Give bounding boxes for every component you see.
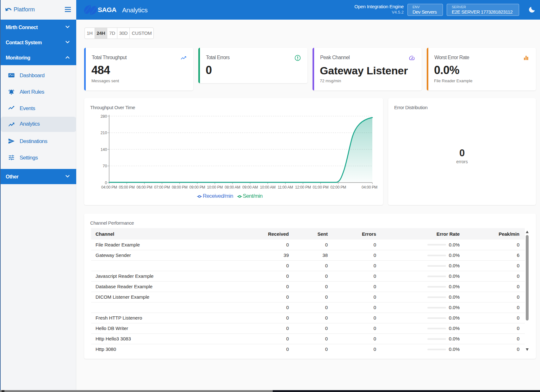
svg-text:140: 140 (101, 147, 107, 152)
svg-text:04:00 PM: 04:00 PM (362, 185, 377, 190)
svg-text:07:00 PM: 07:00 PM (154, 185, 170, 190)
svg-text:210: 210 (101, 131, 107, 135)
svg-text:70: 70 (103, 164, 107, 168)
svg-text:11:00 AM: 11:00 AM (278, 185, 293, 190)
svg-text:04:00 PM: 04:00 PM (101, 185, 117, 190)
svg-text:02:00 PM: 02:00 PM (330, 185, 346, 190)
svg-text:12:00 PM: 12:00 PM (295, 185, 311, 190)
svg-text:01:00 PM: 01:00 PM (313, 185, 329, 190)
svg-text:280: 280 (101, 114, 107, 119)
svg-text:10:00 AM: 10:00 AM (260, 185, 276, 190)
svg-text:10:00 PM: 10:00 PM (207, 185, 223, 190)
svg-text:09:00 AM: 09:00 AM (242, 185, 258, 190)
svg-text:06:00 PM: 06:00 PM (137, 185, 152, 190)
svg-text:0: 0 (105, 181, 107, 185)
svg-text:08:00 PM: 08:00 PM (172, 185, 188, 190)
svg-text:05:00 PM: 05:00 PM (119, 185, 135, 190)
svg-text:09:00 PM: 09:00 PM (189, 185, 205, 190)
svg-text:08:00 AM: 08:00 AM (225, 185, 240, 190)
